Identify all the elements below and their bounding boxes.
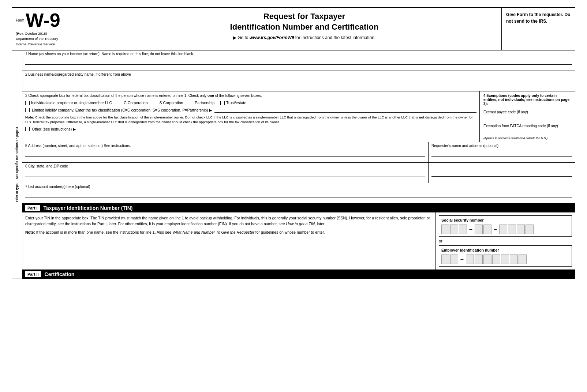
- c-corp-checkbox-box[interactable]: [118, 101, 122, 105]
- ssn-dash-2: –: [493, 226, 498, 233]
- ein-seg2: [466, 255, 527, 264]
- line4-right: 4 Exemptions (codes apply only to certai…: [480, 91, 575, 142]
- part1-note: Note: If the account is in more than one…: [25, 230, 433, 235]
- llc-checkbox-box[interactable]: [25, 108, 30, 112]
- dept: Department of the Treasury: [16, 36, 103, 41]
- header-sub: (Rev. October 2018) Department of the Tr…: [16, 31, 103, 47]
- checkbox-s-corp[interactable]: S Corporation: [154, 101, 183, 105]
- form-title: Request for Taxpayer Identification Numb…: [115, 11, 494, 32]
- form-number-row: Form W-9: [16, 11, 103, 30]
- ein-label: Employer identification number: [441, 248, 569, 252]
- header-right: Give Form to the requester. Do not send …: [502, 8, 575, 50]
- line1-label: 1 Name (as shown on your income tax retu…: [25, 52, 572, 56]
- form-w9: W-9: [26, 11, 60, 30]
- part1-right: Social security number –: [436, 212, 575, 270]
- note-text: Note: Check the appropriate box in the l…: [25, 115, 476, 125]
- ein-cell-2[interactable]: [450, 255, 458, 264]
- irs: Internal Revenue Service: [16, 42, 103, 47]
- line6-input[interactable]: [25, 170, 425, 177]
- exempt-payee-label: Exempt payee code (if any): [483, 110, 571, 114]
- line1-field: 1 Name (as shown on your income tax retu…: [22, 50, 575, 71]
- ssn-cell-2[interactable]: [450, 225, 458, 234]
- ssn-cell-5[interactable]: [483, 225, 491, 234]
- ein-cell-5[interactable]: [483, 255, 491, 264]
- line2-input[interactable]: [25, 79, 572, 85]
- ssn-cell-7[interactable]: [508, 225, 516, 234]
- form-label: Form: [16, 18, 24, 22]
- ssn-cell-3[interactable]: [459, 225, 467, 234]
- ssn-seg3: [499, 225, 534, 234]
- line7-input[interactable]: [25, 191, 572, 197]
- checkbox-trust[interactable]: Trust/estate: [220, 101, 246, 105]
- fatca-area: [483, 129, 571, 135]
- sidebar: Print or type. See Specific Instructions…: [12, 50, 22, 279]
- ein-cell-6[interactable]: [492, 255, 500, 264]
- line6-right-input[interactable]: [431, 170, 572, 177]
- other-row: Other (see instructions) ▶: [25, 127, 476, 131]
- part2-header: Part II Certification: [22, 270, 575, 279]
- ssn-fields: – –: [441, 225, 569, 234]
- line1-input[interactable]: [25, 58, 572, 65]
- fatca-input[interactable]: [483, 129, 535, 134]
- ssn-box: Social security number –: [439, 215, 572, 237]
- form-body: Print or type. See Specific Instructions…: [12, 50, 575, 279]
- llc-row: Limited liability company. Enter the tax…: [25, 108, 476, 113]
- ssn-cell-4[interactable]: [475, 225, 483, 234]
- ssn-cell-9[interactable]: [526, 225, 534, 234]
- line5-left: 5 Address (number, street, and apt. or s…: [22, 142, 429, 162]
- line2-field: 2 Business name/disregarded entity name,…: [22, 71, 575, 91]
- form-goto: ▶ Go to www.irs.gov/FormW9 for instructi…: [115, 35, 494, 40]
- checkbox-individual[interactable]: Individual/sole proprietor or single-mem…: [25, 101, 112, 105]
- other-checkbox-box[interactable]: [25, 127, 30, 131]
- checkbox-partnership[interactable]: Partnership: [189, 101, 214, 105]
- ein-cell-1[interactable]: [441, 255, 449, 264]
- ein-cell-7[interactable]: [501, 255, 509, 264]
- requester-input[interactable]: [431, 150, 572, 157]
- s-corp-checkbox-box[interactable]: [154, 101, 158, 105]
- header-center: Request for Taxpayer Identification Numb…: [107, 8, 502, 50]
- trust-checkbox-box[interactable]: [220, 101, 225, 105]
- ein-cell-3[interactable]: [466, 255, 474, 264]
- line6-right: [429, 163, 575, 183]
- line4-label: 4 Exemptions (codes apply only to certai…: [483, 94, 571, 106]
- form-header: Form W-9 (Rev. October 2018) Department …: [12, 8, 575, 50]
- exempt-payee-input[interactable]: [483, 114, 527, 119]
- ssn-dash-1: –: [468, 226, 473, 233]
- applies-text: (Applies to accounts maintained outside …: [483, 136, 571, 140]
- fatca-label: Exemption from FATCA reporting code (if …: [483, 124, 571, 128]
- llc-input[interactable]: [214, 108, 477, 113]
- classification-checkboxes: Individual/sole proprietor or single-mem…: [25, 101, 476, 105]
- requester-label: Requester's name and address (optional): [431, 144, 572, 148]
- checkbox-c-corp[interactable]: C Corporation: [118, 101, 147, 105]
- exempt-payee-area: Exempt payee code (if any): [483, 110, 571, 120]
- ssn-seg2: [475, 225, 491, 234]
- line7-row: 7 List account number(s) here (optional): [22, 183, 575, 204]
- ssn-cell-8[interactable]: [517, 225, 525, 234]
- ein-cell-8[interactable]: [510, 255, 518, 264]
- header-left: Form W-9 (Rev. October 2018) Department …: [12, 8, 107, 50]
- part1-body: Enter your TIN in the appropriate box. T…: [22, 212, 575, 270]
- line6-left: 6 City, state, and ZIP code: [22, 163, 429, 183]
- requester-right: Requester's name and address (optional): [429, 142, 575, 162]
- ssn-cell-6[interactable]: [499, 225, 507, 234]
- ein-fields: –: [441, 255, 569, 264]
- ein-box: Employer identification number –: [439, 245, 572, 267]
- part2-title: Certification: [45, 271, 75, 277]
- part2-label: Part II: [25, 271, 41, 277]
- line3-section: 3 Check appropriate box for federal tax …: [22, 91, 575, 142]
- part1-label: Part I: [25, 205, 40, 211]
- ein-cell-9[interactable]: [519, 255, 527, 264]
- line5-input[interactable]: [25, 150, 425, 157]
- line6-label: 6 City, state, and ZIP code: [25, 164, 425, 168]
- partnership-checkbox-box[interactable]: [189, 101, 193, 105]
- line7-label: 7 List account number(s) here (optional): [25, 185, 572, 189]
- part1-left: Enter your TIN in the appropriate box. T…: [22, 212, 436, 270]
- line5-label: 5 Address (number, street, and apt. or s…: [25, 144, 425, 148]
- individual-checkbox-box[interactable]: [25, 101, 30, 105]
- ssn-label: Social security number: [441, 218, 569, 222]
- ein-dash: –: [460, 256, 464, 263]
- ein-cell-4[interactable]: [475, 255, 483, 264]
- line3-left: 3 Check appropriate box for federal tax …: [22, 91, 480, 142]
- ssn-cell-1[interactable]: [441, 225, 449, 234]
- w9-form: Form W-9 (Rev. October 2018) Department …: [12, 7, 575, 279]
